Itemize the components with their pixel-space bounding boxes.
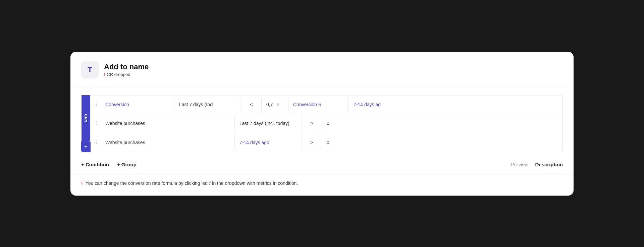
preview-button[interactable]: Preview <box>511 162 528 167</box>
drag-handle[interactable]: ⠿ <box>91 121 101 126</box>
condition-group: AND + ⠿ Conversion Last 7 days (Incl. < … <box>81 95 563 152</box>
compare-metric-label-1: Conversion R <box>293 102 322 107</box>
header-icon: T <box>81 61 99 79</box>
metric-cell-3[interactable]: Website purchases <box>101 136 235 149</box>
subtitle: !CR dropped <box>104 72 149 77</box>
header-text: Add to name !CR dropped <box>104 63 149 77</box>
table-row: ⠿ Website purchases Last 7 days (Incl. t… <box>91 114 562 133</box>
metric-cell-1[interactable]: Conversion <box>101 98 174 111</box>
value-label-2: 0 <box>327 121 329 126</box>
operator-cell-1[interactable]: < <box>241 98 262 111</box>
period-cell-2[interactable]: Last 7 days (Incl. today) <box>235 117 302 130</box>
add-condition-button[interactable]: + Condition <box>81 162 109 167</box>
header: T Add to name !CR dropped <box>81 61 563 79</box>
value-cell-3[interactable]: 0 <box>322 136 349 149</box>
info-alert-icon: ! <box>81 181 83 186</box>
footer-actions: + Condition + Group Preview Description <box>81 160 563 167</box>
period-label-3: 7-14 days ago <box>239 140 269 145</box>
metric-label-2: Website purchases <box>105 121 145 126</box>
rows-container: ⠿ Conversion Last 7 days (Incl. < 0,7 ✕ … <box>91 95 563 152</box>
metric-label-3: Website purchases <box>105 140 145 145</box>
description-button[interactable]: Description <box>535 162 563 167</box>
and-label: AND <box>82 95 90 141</box>
operator-cell-3[interactable]: > <box>302 136 322 149</box>
close-icon[interactable]: ✕ <box>276 102 280 107</box>
table-row: ⠿ Conversion Last 7 days (Incl. < 0,7 ✕ … <box>91 95 562 114</box>
add-group-button[interactable]: + Group <box>117 162 137 167</box>
value-label-1: 0,7 <box>266 102 273 107</box>
footer-right: Preview Description <box>511 162 563 167</box>
value-label-3: 0 <box>327 140 329 145</box>
compare-period-label-1: 7-14 days ag <box>354 102 381 107</box>
info-bar: ! You can change the conversion rate for… <box>81 180 563 186</box>
alert-icon: ! <box>104 72 105 77</box>
icon-label: T <box>88 66 92 74</box>
and-sidebar: AND + <box>81 95 91 152</box>
drag-handle[interactable]: ⠿ <box>91 102 101 107</box>
table-row: ⠿ Website purchases 7-14 days ago > 0 <box>91 133 562 152</box>
footer-left: + Condition + Group <box>81 162 137 167</box>
compare-period-cell-1[interactable]: 7-14 days ag <box>349 98 562 111</box>
add-row-button[interactable]: + <box>81 141 91 152</box>
period-label-2: Last 7 days (Incl. today) <box>239 121 289 126</box>
operator-label-3: > <box>310 140 313 145</box>
footer-divider <box>70 174 574 174</box>
period-label-1: Last 7 days (Incl. <box>179 102 215 107</box>
header-divider <box>70 87 574 87</box>
main-card: T Add to name !CR dropped AND + ⠿ Conver… <box>70 52 574 196</box>
operator-label-2: > <box>310 121 313 126</box>
metric-cell-2[interactable]: Website purchases <box>101 117 235 130</box>
period-cell-1[interactable]: Last 7 days (Incl. <box>174 98 241 111</box>
period-cell-3[interactable]: 7-14 days ago <box>235 136 302 149</box>
metric-label-1: Conversion <box>105 102 129 107</box>
operator-label-1: < <box>250 102 253 107</box>
compare-metric-cell-1[interactable]: Conversion R <box>288 98 349 111</box>
page-title: Add to name <box>104 63 149 71</box>
value-cell-1[interactable]: 0,7 ✕ <box>262 98 288 111</box>
drag-handle[interactable]: ⠿ <box>91 140 101 145</box>
value-cell-2[interactable]: 0 <box>322 117 349 130</box>
info-text: You can change the conversion rate formu… <box>86 180 298 186</box>
subtitle-text: CR dropped <box>107 72 130 77</box>
operator-cell-2[interactable]: > <box>302 117 322 130</box>
